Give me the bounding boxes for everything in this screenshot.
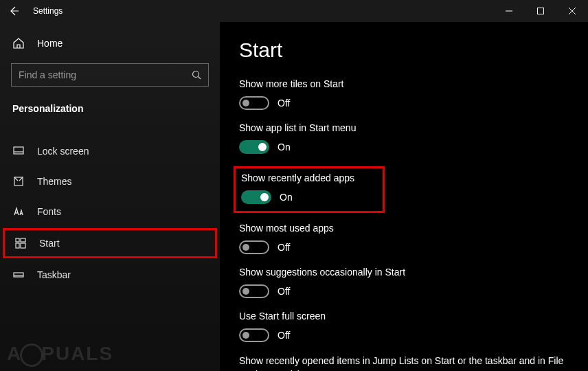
toggle-state: On — [278, 142, 291, 153]
setting-recently-added-apps: Show recently added apps On — [234, 166, 385, 213]
setting-label: Show most used apps — [239, 223, 588, 234]
search-icon — [192, 70, 201, 80]
svg-rect-11 — [16, 243, 19, 248]
lockscreen-icon — [12, 145, 25, 157]
sidebar-nav-list: Lock screen Themes Fonts Start Taskbar — [0, 136, 220, 290]
minimize-icon — [506, 8, 512, 14]
setting-show-more-tiles: Show more tiles on Start Off — [239, 78, 588, 110]
sidebar-item-fonts[interactable]: Fonts — [0, 196, 220, 227]
setting-label: Show app list in Start menu — [239, 122, 588, 133]
setting-fullscreen: Use Start full screen Off — [239, 311, 588, 342]
svg-rect-9 — [16, 238, 19, 242]
svg-rect-12 — [21, 243, 25, 248]
setting-label: Show more tiles on Start — [239, 78, 588, 89]
svg-point-4 — [193, 71, 199, 78]
sidebar-item-lockscreen[interactable]: Lock screen — [0, 136, 220, 166]
sidebar-item-label: Start — [39, 238, 60, 249]
toggle-state: Off — [278, 242, 290, 253]
sidebar-item-label: Themes — [37, 176, 72, 187]
setting-label: Show recently added apps — [241, 172, 376, 183]
page-title: Start — [239, 38, 588, 62]
toggle-state: Off — [278, 98, 290, 109]
toggle-show-app-list[interactable] — [239, 140, 269, 154]
toggle-state: Off — [278, 286, 290, 297]
fonts-icon — [12, 205, 25, 218]
toggle-recently-added-apps[interactable] — [241, 190, 271, 204]
toggle-fullscreen[interactable] — [239, 328, 269, 342]
svg-rect-10 — [21, 238, 25, 242]
setting-jump-lists-label: Show recently opened items in Jump Lists… — [239, 355, 588, 371]
watermark: APUALS — [7, 343, 113, 367]
sidebar-item-label: Home — [37, 38, 63, 49]
toggle-suggestions[interactable] — [239, 284, 269, 298]
taskbar-icon — [12, 269, 25, 281]
window-title: Settings — [27, 6, 63, 16]
themes-icon — [12, 175, 25, 188]
svg-rect-6 — [14, 147, 23, 154]
start-icon — [14, 237, 27, 249]
titlebar: Settings — [0, 0, 588, 22]
window-controls — [493, 0, 588, 22]
back-button[interactable] — [0, 0, 27, 22]
svg-rect-1 — [538, 8, 544, 14]
toggle-state: On — [280, 192, 293, 203]
sidebar-item-taskbar[interactable]: Taskbar — [0, 260, 220, 290]
svg-rect-13 — [14, 273, 23, 277]
back-arrow-icon — [8, 5, 19, 16]
svg-line-5 — [199, 77, 201, 80]
setting-label: Show suggestions occasionally in Start — [239, 267, 588, 278]
maximize-icon — [537, 8, 544, 14]
sidebar-item-home[interactable]: Home — [0, 30, 220, 56]
search-input[interactable] — [19, 69, 192, 80]
home-icon — [12, 37, 25, 49]
sidebar-item-label: Lock screen — [37, 146, 89, 157]
setting-suggestions: Show suggestions occasionally in Start O… — [239, 267, 588, 298]
close-button[interactable] — [556, 0, 588, 22]
sidebar-section-title: Personalization — [0, 93, 220, 120]
toggle-state: Off — [278, 330, 290, 341]
maximize-button[interactable] — [525, 0, 556, 22]
setting-most-used-apps: Show most used apps Off — [239, 223, 588, 254]
search-box[interactable] — [11, 63, 209, 87]
sidebar-item-label: Taskbar — [37, 269, 71, 280]
setting-show-app-list: Show app list in Start menu On — [239, 122, 588, 154]
sidebar: Home Personalization Lock screen Themes … — [0, 22, 220, 371]
sidebar-item-themes[interactable]: Themes — [0, 166, 220, 196]
minimize-button[interactable] — [493, 0, 525, 22]
close-icon — [569, 8, 576, 14]
sidebar-item-label: Fonts — [37, 206, 61, 217]
toggle-show-more-tiles[interactable] — [239, 96, 269, 110]
sidebar-item-start[interactable]: Start — [3, 228, 217, 258]
main-content: Start Show more tiles on Start Off Show … — [220, 22, 588, 371]
setting-label: Use Start full screen — [239, 311, 588, 322]
toggle-most-used-apps[interactable] — [239, 240, 269, 254]
